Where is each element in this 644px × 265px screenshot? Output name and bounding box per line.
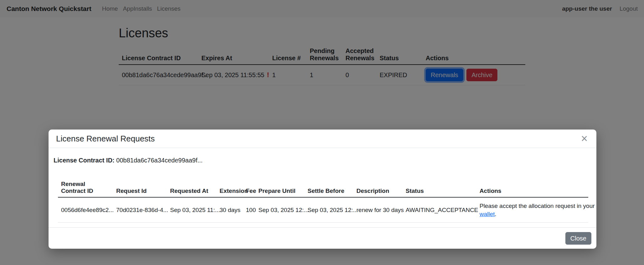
modal-contract-line: License Contract ID: 00b81da6c76a34cede9… bbox=[54, 157, 591, 164]
col-requested-at: Requested At bbox=[167, 178, 216, 197]
col-renewal-actions: Actions bbox=[476, 178, 588, 197]
close-icon[interactable]: × bbox=[580, 133, 589, 144]
col-renewal-contract-id: Renewal Contract ID bbox=[58, 178, 113, 197]
renewal-row: 0056d6fe4ee89c2... 70d0231e-836d-4... Se… bbox=[58, 197, 588, 223]
settle-before-cell: Sep 03, 2025 12:... bbox=[304, 197, 353, 223]
col-request-id: Request Id bbox=[113, 178, 167, 197]
renewal-status-cell: AWAITING_ACCEPTANCE bbox=[402, 197, 476, 223]
extension-cell: 30 days bbox=[216, 197, 243, 223]
renewal-actions-cell: Please accept the allocation request in … bbox=[476, 197, 588, 223]
action-note: Please accept the allocation request in … bbox=[480, 202, 585, 218]
contract-id-label: License Contract ID: bbox=[54, 157, 114, 164]
modal-footer: Close bbox=[49, 227, 596, 249]
action-note-period: . bbox=[495, 211, 496, 217]
description-cell: renew for 30 days bbox=[353, 197, 402, 223]
renewals-table-header-row: Renewal Contract ID Request Id Requested… bbox=[58, 178, 588, 197]
wallet-link[interactable]: wallet bbox=[480, 211, 495, 217]
request-id-cell: 70d0231e-836d-4... bbox=[113, 197, 167, 223]
col-description: Description bbox=[353, 178, 402, 197]
modal-title: License Renewal Requests bbox=[56, 134, 155, 144]
col-prepare-until: Prepare Until bbox=[255, 178, 304, 197]
prepare-until-cell: Sep 03, 2025 12:... bbox=[255, 197, 304, 223]
renewals-table: Renewal Contract ID Request Id Requested… bbox=[58, 178, 588, 223]
contract-id-value: 00b81da6c76a34cede99aa9f... bbox=[116, 157, 203, 164]
fee-cell: 100 bbox=[243, 197, 255, 223]
col-renewal-status: Status bbox=[402, 178, 476, 197]
col-extension: Extension bbox=[216, 178, 243, 197]
requested-at-cell: Sep 03, 2025 11:... bbox=[167, 197, 216, 223]
col-settle-before: Settle Before bbox=[304, 178, 353, 197]
modal-body: License Contract ID: 00b81da6c76a34cede9… bbox=[49, 148, 596, 227]
license-renewal-modal: License Renewal Requests × License Contr… bbox=[49, 130, 596, 249]
close-button[interactable]: Close bbox=[565, 232, 591, 245]
renewal-contract-id-cell: 0056d6fe4ee89c2... bbox=[58, 197, 113, 223]
modal-header: License Renewal Requests × bbox=[49, 130, 596, 148]
action-note-text: Please accept the allocation request in … bbox=[480, 203, 595, 209]
